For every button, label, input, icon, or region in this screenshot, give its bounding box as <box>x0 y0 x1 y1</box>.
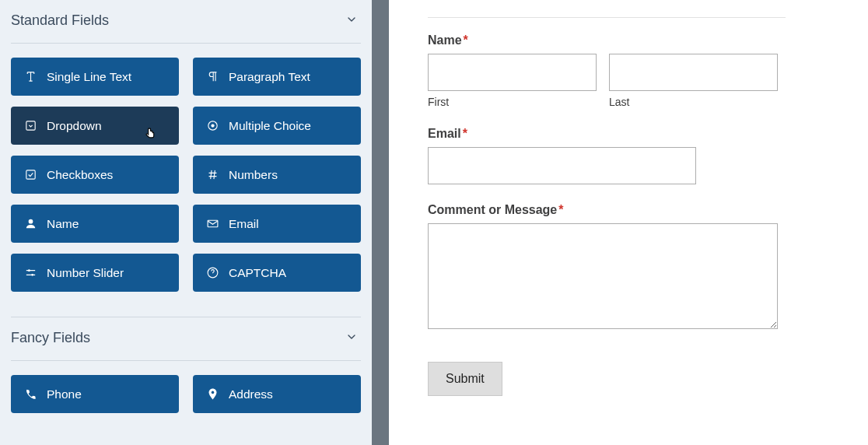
label-text: Email <box>428 127 461 140</box>
field-label: Number Slider <box>47 266 124 280</box>
field-name[interactable]: Name <box>11 205 179 243</box>
checkbox-icon <box>23 168 37 181</box>
envelope-icon <box>205 217 219 230</box>
field-phone[interactable]: Phone <box>11 375 179 413</box>
field-label: Checkboxes <box>47 168 113 182</box>
field-label: Address <box>229 387 273 401</box>
chevron-down-icon <box>345 13 358 28</box>
field-address[interactable]: Address <box>193 375 361 413</box>
text-icon <box>23 70 37 83</box>
field-email[interactable]: Email <box>193 205 361 243</box>
first-name-input[interactable] <box>428 54 597 91</box>
form-field-comment: Comment or Message* <box>428 203 778 332</box>
field-captcha[interactable]: CAPTCHA <box>193 254 361 292</box>
field-paragraph-text[interactable]: Paragraph Text <box>193 58 361 96</box>
field-label: Phone <box>47 387 82 401</box>
field-numbers[interactable]: Numbers <box>193 156 361 194</box>
comment-textarea[interactable] <box>428 223 778 329</box>
paragraph-icon <box>205 70 219 83</box>
dropdown-icon <box>23 119 37 132</box>
section-header-fancy[interactable]: Fancy Fields <box>11 317 361 360</box>
first-sublabel: First <box>428 96 597 108</box>
svg-point-9 <box>211 391 214 394</box>
required-asterisk: * <box>464 33 468 47</box>
section-title: Fancy Fields <box>11 330 90 346</box>
svg-point-2 <box>211 124 214 127</box>
section-header-standard[interactable]: Standard Fields <box>11 0 361 43</box>
last-sublabel: Last <box>609 96 778 108</box>
email-input[interactable] <box>428 147 696 184</box>
separator-strip <box>372 0 389 445</box>
chevron-down-icon <box>345 331 358 345</box>
field-label: Paragraph Text <box>229 70 310 84</box>
submit-button[interactable]: Submit <box>428 362 502 396</box>
sliders-icon <box>23 266 37 279</box>
cursor-pointer-icon <box>144 127 157 140</box>
phone-icon <box>23 387 37 401</box>
svg-point-7 <box>31 274 33 276</box>
hash-icon <box>205 168 219 181</box>
field-multiple-choice[interactable]: Multiple Choice <box>193 107 361 145</box>
divider <box>11 43 361 44</box>
form-preview: Name* First Last Email* Comment or <box>389 0 868 445</box>
standard-fields-grid: Single Line Text Paragraph Text Dropdown… <box>11 58 361 292</box>
field-checkboxes[interactable]: Checkboxes <box>11 156 179 194</box>
svg-point-4 <box>28 219 33 224</box>
svg-rect-3 <box>26 170 34 179</box>
field-label: Numbers <box>229 168 278 182</box>
required-asterisk: * <box>463 127 467 140</box>
svg-rect-5 <box>208 220 218 227</box>
fields-sidebar: Standard Fields Single Line Text Paragra… <box>0 0 372 445</box>
divider <box>428 17 786 18</box>
section-title: Standard Fields <box>11 12 109 29</box>
last-name-input[interactable] <box>609 54 778 91</box>
field-label: Dropdown <box>47 119 102 133</box>
label-text: Name <box>428 33 462 47</box>
radio-icon <box>205 119 219 132</box>
user-icon <box>23 217 37 230</box>
label-text: Comment or Message <box>428 203 557 216</box>
fancy-fields-grid: Phone Address <box>11 375 361 413</box>
field-dropdown[interactable]: Dropdown <box>11 107 179 145</box>
svg-rect-0 <box>26 121 34 130</box>
field-label: CAPTCHA <box>229 266 286 280</box>
question-icon <box>205 266 219 279</box>
field-single-line-text[interactable]: Single Line Text <box>11 58 179 96</box>
form-field-name: Name* First Last <box>428 33 778 108</box>
field-number-slider[interactable]: Number Slider <box>11 254 179 292</box>
email-label: Email* <box>428 127 778 141</box>
required-asterisk: * <box>558 203 563 216</box>
form-field-email: Email* <box>428 127 778 184</box>
svg-point-6 <box>27 269 30 272</box>
pin-icon <box>205 387 219 401</box>
name-label: Name* <box>428 33 778 47</box>
field-label: Email <box>229 217 259 231</box>
comment-label: Comment or Message* <box>428 203 778 217</box>
divider <box>11 360 361 361</box>
field-label: Single Line Text <box>47 70 131 84</box>
field-label: Multiple Choice <box>229 119 311 133</box>
field-label: Name <box>47 217 79 231</box>
